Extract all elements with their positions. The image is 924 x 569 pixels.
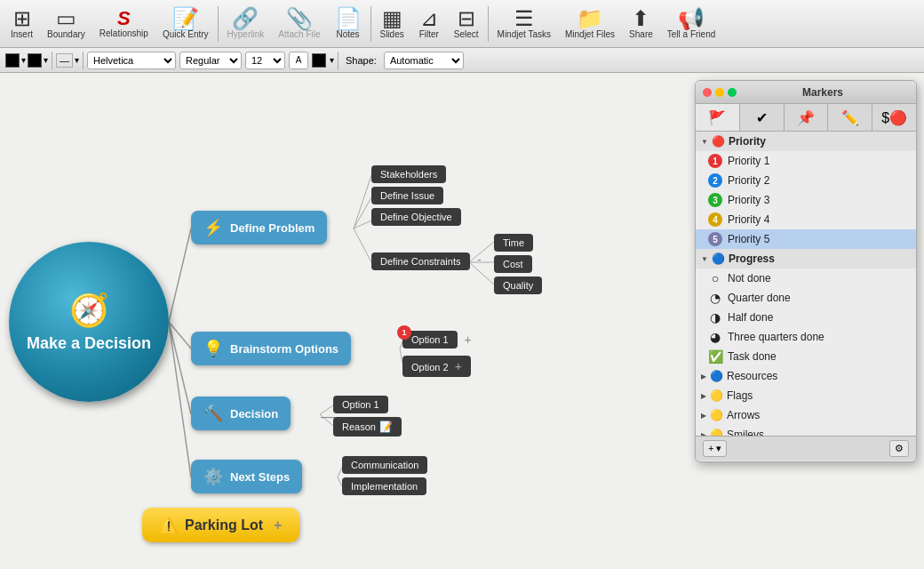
quarter-done-icon: ◔	[708, 291, 722, 305]
toolbar-slides[interactable]: ▦ Slides	[373, 6, 411, 41]
priority-2-badge: 2	[708, 173, 722, 188]
branch-next-steps[interactable]: ⚙️ Next Steps	[191, 460, 302, 493]
fill-color-swatch[interactable]	[28, 53, 42, 68]
font-aa-btn[interactable]: A	[289, 52, 308, 69]
branch-brainstorm[interactable]: 💡 Brainstorm Options	[191, 332, 351, 365]
leaf-implementation[interactable]: Implementation	[342, 477, 426, 495]
progress-triangle: ▼	[701, 255, 708, 263]
fmt-separator-2	[83, 52, 84, 69]
line-color-swatch[interactable]	[5, 53, 20, 68]
priority-4-item[interactable]: 4 Priority 4	[696, 210, 916, 229]
toolbar-mindjet-files[interactable]: 📁 Mindjet Files	[558, 6, 622, 41]
toolbar-select[interactable]: ⊟ Select	[447, 6, 486, 41]
tab-flags[interactable]: 🚩	[696, 104, 740, 131]
priority-5-item[interactable]: 5 Priority 5	[696, 229, 916, 249]
line-width-dropdown[interactable]: ▾	[21, 55, 26, 65]
leaf-time[interactable]: Time	[494, 234, 533, 252]
toolbar-tell-friend[interactable]: 📢 Tell a Friend	[660, 6, 722, 41]
leaf-quality[interactable]: Quality	[494, 276, 542, 294]
font-size-select[interactable]: 12	[245, 52, 285, 69]
fill-width-dropdown[interactable]: ▾	[44, 55, 48, 65]
leaf-reason[interactable]: Reason 📝	[333, 417, 402, 437]
shape-select[interactable]: Automatic	[384, 52, 464, 69]
toolbar-notes[interactable]: 📄 Notes	[328, 6, 369, 41]
toolbar-attach-file[interactable]: 📎 Attach File	[271, 6, 327, 41]
priority-2-label: Priority 2	[728, 174, 769, 187]
reason-edit-icon[interactable]: 📝	[379, 421, 393, 433]
toolbar-mindjet-tasks[interactable]: ☰ Mindjet Tasks	[490, 6, 558, 41]
parking-lot-plus[interactable]: +	[274, 517, 282, 533]
option1-plus[interactable]: +	[464, 333, 471, 347]
priority-section-label: Priority	[729, 135, 766, 148]
close-btn[interactable]	[703, 88, 712, 97]
leaf-option1[interactable]: 1 Option 1	[402, 331, 458, 349]
tab-dollar[interactable]: $🔴	[872, 104, 916, 131]
parking-lot-node[interactable]: ⚠️ Parking Lot +	[142, 508, 299, 542]
tab-pin[interactable]: 📌	[785, 104, 829, 131]
leaf-stakeholders[interactable]: Stakeholders	[371, 165, 446, 183]
half-done-item[interactable]: ◑ Half done	[696, 308, 916, 327]
arrows-section-header[interactable]: ▶ 🟡 Arrows	[696, 405, 916, 425]
arrows-label: Arrows	[727, 409, 760, 421]
insert-icon: ⊞	[13, 8, 31, 29]
font-family-select[interactable]: Helvetica	[87, 52, 176, 69]
define-constraints-plus[interactable]: -	[477, 252, 482, 267]
option2-plus[interactable]: +	[455, 359, 462, 373]
priority-section-header[interactable]: ▼ 🔴 Priority	[696, 132, 916, 151]
toolbar-quick-entry[interactable]: 📝 Quick Entry	[155, 6, 216, 41]
notes-icon: 📄	[335, 8, 362, 29]
lightning-icon: ⚡	[203, 218, 223, 237]
maximize-btn[interactable]	[728, 88, 737, 97]
leaf-define-objective[interactable]: Define Objective	[371, 208, 461, 226]
resources-section-header[interactable]: ▶ 🔵 Resources	[696, 366, 916, 386]
quarter-done-label: Quarter done	[728, 292, 791, 304]
leaf-define-constraints[interactable]: Define Constraints	[371, 252, 470, 270]
quarter-done-item[interactable]: ◔ Quarter done	[696, 288, 916, 308]
line-style-arrow[interactable]: ▾	[75, 55, 79, 65]
smileys-section-header[interactable]: ▶ 🟡 Smileys	[696, 425, 916, 436]
central-node[interactable]: 🧭 Make a Decision	[9, 242, 169, 402]
toolbar-boundary[interactable]: ▭ Boundary	[40, 6, 92, 41]
toolbar-filter[interactable]: ⊿ Filter	[411, 6, 447, 41]
svg-line-3	[169, 322, 191, 477]
tab-check[interactable]: ✔	[740, 104, 785, 131]
branch-decision[interactable]: 🔨 Decision	[191, 397, 291, 430]
separator-3	[488, 6, 489, 42]
leaf-cost[interactable]: Cost	[494, 255, 532, 273]
add-marker-btn[interactable]: + ▾	[703, 440, 727, 457]
task-done-icon: ✅	[708, 349, 722, 364]
toolbar-insert[interactable]: ⊞ Insert	[4, 6, 40, 41]
branch-define-problem[interactable]: ⚡ Define Problem	[191, 211, 327, 244]
settings-btn[interactable]: ⚙	[889, 440, 909, 457]
toolbar-hyperlink[interactable]: 🔗 Hyperlink	[220, 6, 272, 41]
font-style-select[interactable]: Regular	[179, 52, 242, 69]
line-style-btn[interactable]: —	[56, 53, 73, 68]
svg-line-5	[354, 197, 371, 228]
tab-edit[interactable]: ✏️	[828, 104, 872, 131]
leaf-decision-option1[interactable]: Option 1	[333, 396, 388, 413]
toolbar-share[interactable]: ⬆ Share	[622, 6, 660, 41]
leaf-define-issue[interactable]: Define Issue	[371, 187, 443, 204]
separator-2	[370, 6, 371, 42]
priority-1-label: Priority 1	[728, 155, 769, 167]
minimize-btn[interactable]	[715, 88, 724, 97]
leaf-option2[interactable]: Option 2 +	[402, 356, 471, 377]
three-quarters-done-item[interactable]: ◕ Three quarters done	[696, 327, 916, 347]
task-done-item[interactable]: ✅ Task done	[696, 347, 916, 366]
resources-label: Resources	[727, 370, 777, 382]
resources-triangle: ▶	[701, 373, 706, 381]
font-color-arrow[interactable]: ▾	[330, 55, 334, 65]
leaf-communication[interactable]: Communication	[342, 456, 427, 474]
priority-2-item[interactable]: 2 Priority 2	[696, 171, 916, 190]
warning-icon: ⚠️	[160, 517, 178, 533]
flags-section-header[interactable]: ▶ 🟡 Flags	[696, 386, 916, 405]
not-done-item[interactable]: ○ Not done	[696, 268, 916, 288]
font-color-swatch[interactable]	[312, 53, 326, 68]
toolbar-relationship[interactable]: S Relationship	[92, 7, 155, 40]
priority-1-item[interactable]: 1 Priority 1	[696, 151, 916, 171]
priority-3-item[interactable]: 3 Priority 3	[696, 190, 916, 210]
progress-section-header[interactable]: ▼ 🔵 Progress	[696, 249, 916, 268]
color-selector-group: ▾ ▾	[5, 53, 48, 68]
priority-triangle: ▼	[701, 138, 708, 146]
three-quarters-done-label: Three quarters done	[728, 331, 824, 343]
